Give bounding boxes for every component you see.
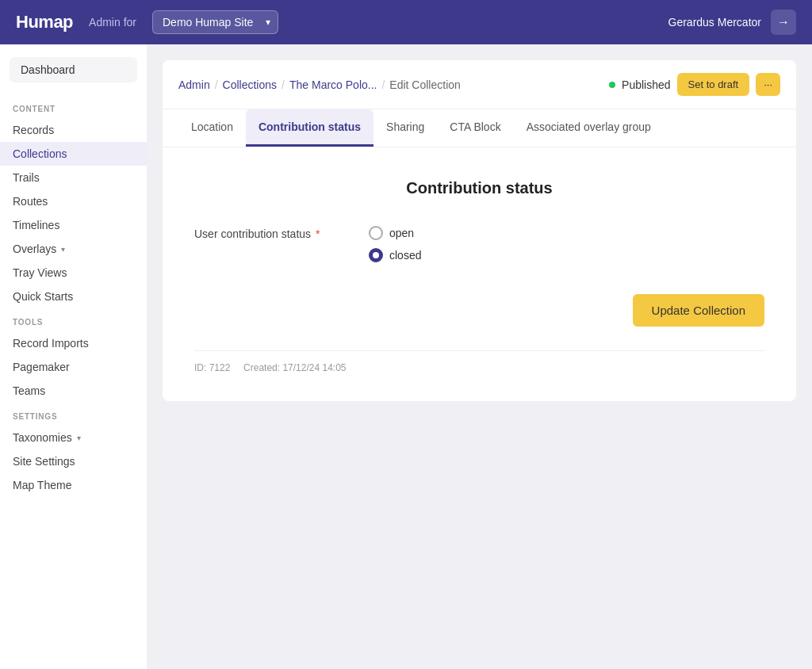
radio-circle-open bbox=[369, 226, 383, 240]
breadcrumb: Admin / Collections / The Marco Polo... … bbox=[178, 78, 461, 91]
admin-for-label: Admin for bbox=[89, 16, 136, 29]
status-area: Published Set to draft ··· bbox=[609, 73, 780, 96]
radio-open[interactable]: open bbox=[369, 226, 421, 240]
sidebar-item-teams[interactable]: Teams bbox=[0, 379, 147, 403]
logo-text: Humap bbox=[16, 12, 73, 32]
card-footer: ID: 7122 Created: 17/12/24 14:05 bbox=[194, 350, 764, 373]
sidebar-item-records[interactable]: Records bbox=[0, 118, 147, 142]
sidebar-item-quick-starts[interactable]: Quick Starts bbox=[0, 285, 147, 308]
radio-closed[interactable]: closed bbox=[369, 248, 421, 262]
tab-cta-block[interactable]: CTA Block bbox=[437, 109, 513, 147]
sidebar-item-taxonomies[interactable]: Taxonomies ▾ bbox=[0, 426, 147, 449]
radio-group-contribution: open closed bbox=[369, 226, 421, 262]
tab-contribution-status[interactable]: Contribution status bbox=[246, 109, 373, 147]
field-label: User contribution status * bbox=[194, 226, 353, 240]
header-left: Humap Admin for Demo Humap Site bbox=[16, 10, 278, 34]
app-layout: Dashboard CONTENT Records Collections Tr… bbox=[0, 44, 812, 669]
sidebar-section-settings: SETTINGS bbox=[0, 403, 147, 426]
sidebar-section-content: CONTENT bbox=[0, 95, 147, 118]
sidebar-section-tools: TOOLS bbox=[0, 308, 147, 331]
update-collection-button[interactable]: Update Collection bbox=[633, 294, 764, 327]
sidebar: Dashboard CONTENT Records Collections Tr… bbox=[0, 44, 147, 669]
status-dot bbox=[609, 82, 615, 88]
breadcrumb-sep-3: / bbox=[381, 78, 385, 91]
set-draft-button[interactable]: Set to draft bbox=[677, 73, 750, 96]
header: Humap Admin for Demo Humap Site Gerardus… bbox=[0, 0, 812, 44]
sidebar-item-timelines[interactable]: Timelines bbox=[0, 213, 147, 237]
update-btn-wrap: Update Collection bbox=[194, 294, 764, 342]
logo: Humap bbox=[16, 12, 73, 32]
contribution-status-row: User contribution status * open closed bbox=[194, 226, 764, 262]
user-name: Gerardus Mercator bbox=[668, 16, 761, 29]
tab-associated-overlay[interactable]: Associated overlay group bbox=[514, 109, 664, 147]
sidebar-item-tray-views[interactable]: Tray Views bbox=[0, 261, 147, 285]
tab-location[interactable]: Location bbox=[178, 109, 246, 147]
breadcrumb-admin[interactable]: Admin bbox=[178, 78, 210, 91]
required-indicator: * bbox=[312, 227, 320, 240]
header-right: Gerardus Mercator → bbox=[668, 10, 796, 35]
sidebar-item-site-settings[interactable]: Site Settings bbox=[0, 449, 147, 473]
tabs-bar: Location Contribution status Sharing CTA… bbox=[163, 109, 796, 147]
created-date: Created: 17/12/24 14:05 bbox=[243, 362, 346, 373]
breadcrumb-bar: Admin / Collections / The Marco Polo... … bbox=[163, 60, 796, 109]
sidebar-item-map-theme[interactable]: Map Theme bbox=[0, 473, 147, 497]
breadcrumb-collection-name[interactable]: The Marco Polo... bbox=[289, 78, 377, 91]
status-badge: Published bbox=[622, 78, 671, 91]
sidebar-dashboard[interactable]: Dashboard bbox=[10, 57, 137, 82]
chevron-down-icon: ▾ bbox=[61, 245, 65, 254]
radio-closed-label: closed bbox=[389, 249, 421, 262]
radio-open-label: open bbox=[389, 227, 414, 239]
sidebar-item-collections[interactable]: Collections bbox=[0, 142, 147, 166]
sidebar-item-trails[interactable]: Trails bbox=[0, 166, 147, 189]
chevron-down-icon-2: ▾ bbox=[77, 434, 81, 442]
sidebar-item-pagemaker[interactable]: Pagemaker bbox=[0, 355, 147, 379]
content-card: Contribution status User contribution st… bbox=[163, 147, 796, 401]
breadcrumb-sep-1: / bbox=[215, 78, 218, 91]
record-id: ID: 7122 bbox=[194, 362, 230, 373]
logout-button[interactable]: → bbox=[771, 10, 796, 35]
sidebar-item-overlays[interactable]: Overlays ▾ bbox=[0, 237, 147, 261]
site-selector[interactable]: Demo Humap Site bbox=[152, 10, 278, 34]
breadcrumb-current: Edit Collection bbox=[389, 78, 461, 91]
more-options-button[interactable]: ··· bbox=[756, 73, 780, 96]
breadcrumb-sep-2: / bbox=[282, 78, 285, 91]
sidebar-item-routes[interactable]: Routes bbox=[0, 189, 147, 213]
radio-circle-closed bbox=[369, 248, 383, 262]
main-content: Admin / Collections / The Marco Polo... … bbox=[147, 44, 812, 669]
breadcrumb-collections[interactable]: Collections bbox=[223, 78, 277, 91]
section-title: Contribution status bbox=[194, 179, 764, 197]
sidebar-item-record-imports[interactable]: Record Imports bbox=[0, 331, 147, 355]
tab-sharing[interactable]: Sharing bbox=[373, 109, 437, 147]
site-selector-wrap[interactable]: Demo Humap Site bbox=[152, 10, 278, 34]
